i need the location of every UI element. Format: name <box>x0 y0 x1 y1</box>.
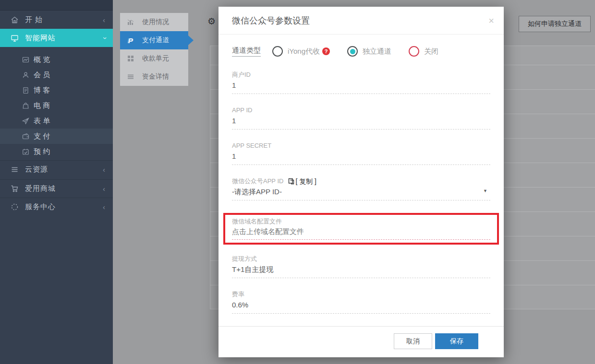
chevron-left-icon: ‹ <box>103 16 105 24</box>
overview-icon <box>22 56 29 63</box>
shop-icon <box>22 102 29 109</box>
copy-button[interactable]: [ 复制 ] <box>286 177 316 185</box>
wechat-settings-modal: 微信公众号参数设置 × 通道类型 iYong代收 ? 独立通道 关闭 <box>219 7 504 357</box>
pay-icon <box>22 133 29 140</box>
sidebar-subitem-ecommerce[interactable]: 电 商 <box>0 98 113 113</box>
dropdown-caret-icon: ▼ <box>483 186 487 196</box>
field-label: 商户ID <box>232 71 490 79</box>
submenu-item-label: 资金详情 <box>142 72 169 81</box>
app-id-input[interactable]: 1 <box>232 116 490 129</box>
sidebar-item-aiyong-mall[interactable]: 爱用商城 ‹ <box>0 179 113 198</box>
chevron-down-icon: ‹ <box>100 37 108 39</box>
sidebar-subitem-forms[interactable]: 表 单 <box>0 113 113 129</box>
radio-option-iyong[interactable]: iYong代收 ? <box>272 46 330 57</box>
home-icon <box>11 16 19 24</box>
submenu-item-label: 支付通道 <box>142 36 169 45</box>
channel-type-label: 通道类型 <box>232 46 261 57</box>
sidebar-subitem-overview[interactable]: 概 览 <box>0 52 113 67</box>
field-wechat-domain-file: 微信域名配置文件 点击上传域名配置文件 <box>223 213 499 245</box>
gear-icon[interactable]: ⚙ <box>207 16 216 27</box>
modal-header: 微信公众号参数设置 × <box>219 7 504 35</box>
member-icon <box>22 71 29 79</box>
field-label: 微信域名配置文件 <box>232 218 490 225</box>
sidebar-subitem-label: 概 览 <box>34 55 50 64</box>
modal-title: 微信公众号参数设置 <box>232 15 488 26</box>
submenu-item-collection-units[interactable]: 收款单元 <box>120 49 188 68</box>
field-label: 提现方式 <box>232 255 490 263</box>
sidebar-subitem-label: 会 员 <box>34 70 50 80</box>
service-icon <box>11 203 19 211</box>
cancel-button[interactable]: 取消 <box>394 333 432 349</box>
radio-unselected-icon[interactable] <box>272 46 283 57</box>
screen: 开 始 ‹ 智能网站 ‹ 概 览 会 员 博 客 <box>0 0 595 364</box>
field-merchant-id: 商户ID 1 <box>232 71 490 94</box>
sidebar-item-label: 爱用商城 <box>25 184 103 193</box>
blog-icon <box>22 87 29 94</box>
help-button[interactable]: 如何申请独立通道 <box>519 16 591 32</box>
chevron-left-icon: ‹ <box>103 185 105 193</box>
channel-type-row: 通道类型 iYong代收 ? 独立通道 关闭 <box>232 45 490 58</box>
radio-option-independent[interactable]: 独立通道 <box>347 46 391 57</box>
submenu-item-label: 使用情况 <box>142 18 169 26</box>
submenu-item-usage[interactable]: 使用情况 <box>120 13 188 31</box>
radio-selected-icon[interactable] <box>347 46 358 57</box>
field-rate: 费率 0.6% <box>232 291 490 314</box>
sidebar-item-start[interactable]: 开 始 ‹ <box>0 11 113 29</box>
field-wechat-app-id: 微信公众号APP ID [ 复制 ] -请选择APP ID- ▼ <box>232 177 490 200</box>
sidebar-subitem-label: 表 单 <box>34 117 50 126</box>
field-label: APP ID <box>232 106 490 114</box>
app-id-select[interactable]: -请选择APP ID- ▼ <box>232 187 490 200</box>
sidebar-subitem-blog[interactable]: 博 客 <box>0 82 113 98</box>
upload-domain-file-input[interactable]: 点击上传域名配置文件 <box>232 227 490 240</box>
sidebar-item-label: 服务中心 <box>25 202 103 211</box>
sidebar-subitem-members[interactable]: 会 员 <box>0 67 113 82</box>
field-app-secret: APP SECRET 1 <box>232 142 490 165</box>
withdraw-method-input[interactable]: T+1自主提现 <box>232 265 490 278</box>
submenu-item-payment-channels[interactable]: P 支付通道 <box>120 31 188 49</box>
merchant-id-input[interactable]: 1 <box>232 81 490 94</box>
monitor-icon <box>11 34 19 42</box>
copy-icon <box>288 178 294 185</box>
chevron-left-icon: ‹ <box>103 203 105 211</box>
sidebar-item-label: 开 始 <box>25 15 103 24</box>
sidebar-item-label: 智能网站 <box>25 34 103 43</box>
submenu-item-fund-details[interactable]: 资金详情 <box>120 68 188 86</box>
save-button[interactable]: 保存 <box>435 333 478 349</box>
chevron-left-icon: ‹ <box>103 165 105 174</box>
form-icon <box>22 117 29 125</box>
radio-option-close[interactable]: 关闭 <box>409 46 438 57</box>
field-app-id: APP ID 1 <box>232 106 490 129</box>
payment-submenu: 使用情况 P 支付通道 收款单元 资金详情 <box>120 13 188 86</box>
field-label: APP SECRET <box>232 142 490 150</box>
sidebar-subitem-label: 支 付 <box>34 132 50 141</box>
rate-input[interactable]: 0.6% <box>232 300 490 314</box>
radio-close-icon[interactable] <box>409 46 419 57</box>
menu-icon <box>11 165 19 174</box>
modal-footer: 取消 保存 <box>232 327 490 349</box>
sidebar-subitem-label: 电 商 <box>34 101 50 110</box>
field-label: 微信公众号APP ID <box>232 177 283 185</box>
sidebar-subitem-label: 预 约 <box>34 147 50 156</box>
close-icon[interactable]: × <box>488 16 494 25</box>
help-question-icon[interactable]: ? <box>322 47 330 55</box>
field-withdraw-method: 提现方式 T+1自主提现 <box>232 255 490 278</box>
cart-icon <box>11 185 19 193</box>
active-submenu-arrow <box>188 35 194 45</box>
sidebar: 开 始 ‹ 智能网站 ‹ 概 览 会 员 博 客 <box>0 0 113 364</box>
sidebar-header <box>0 0 113 11</box>
sidebar-item-smart-site[interactable]: 智能网站 ‹ <box>0 29 113 47</box>
sidebar-subitem-label: 博 客 <box>34 86 50 95</box>
booking-icon <box>22 148 29 155</box>
sidebar-item-cloud-resources[interactable]: 云资源 ‹ <box>0 160 113 178</box>
list-icon <box>127 73 134 81</box>
chart-icon <box>127 18 134 26</box>
sidebar-item-service-center[interactable]: 服务中心 ‹ <box>0 198 113 216</box>
submenu-item-label: 收款单元 <box>142 54 169 63</box>
sidebar-subitem-payment[interactable]: 支 付 <box>0 129 113 144</box>
app-secret-input[interactable]: 1 <box>232 152 490 165</box>
sidebar-subitem-booking[interactable]: 预 约 <box>0 144 113 159</box>
grid-icon <box>127 55 134 62</box>
field-label: 费率 <box>232 291 490 298</box>
modal-body: 通道类型 iYong代收 ? 独立通道 关闭 商户ID 1 <box>219 35 504 349</box>
paypal-icon: P <box>127 36 134 44</box>
